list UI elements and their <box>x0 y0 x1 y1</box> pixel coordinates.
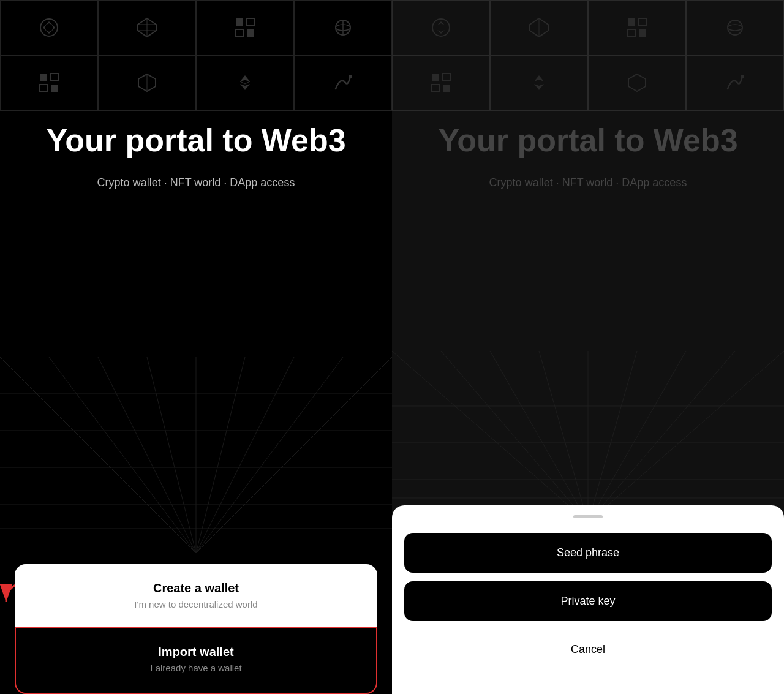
import-wallet-subtitle: I already have a wallet <box>31 663 361 673</box>
svg-line-28 <box>196 357 245 553</box>
left-hero-section: Your portal to Web3 Crypto wallet · NFT … <box>0 123 392 189</box>
svg-line-56 <box>441 351 588 522</box>
create-wallet-card[interactable]: Create a wallet I'm new to decentralized… <box>15 564 377 627</box>
create-wallet-subtitle: I'm new to decentralized world <box>29 599 363 609</box>
svg-line-61 <box>588 351 686 522</box>
icon-cell-3 <box>196 0 294 55</box>
svg-line-60 <box>588 351 637 522</box>
right-icon-cell-5 <box>392 55 490 110</box>
svg-rect-44 <box>639 18 646 26</box>
svg-rect-12 <box>247 29 254 37</box>
icon-cell-4 <box>294 0 392 55</box>
svg-rect-9 <box>236 18 243 26</box>
svg-line-30 <box>196 357 343 553</box>
svg-rect-10 <box>247 18 254 26</box>
svg-marker-1 <box>45 21 53 25</box>
svg-line-58 <box>539 351 588 522</box>
right-icon-grid <box>392 0 784 111</box>
left-hero-subtitle: Crypto wallet · NFT world · DApp access <box>37 176 355 189</box>
svg-rect-18 <box>40 85 47 92</box>
import-wallet-title: Import wallet <box>31 645 361 659</box>
left-icon-grid <box>0 0 392 111</box>
private-key-button[interactable]: Private key <box>404 581 772 621</box>
right-grid-lines <box>392 351 784 522</box>
right-icon-cell-6 <box>490 55 588 110</box>
svg-line-24 <box>49 357 196 553</box>
svg-line-23 <box>0 357 196 553</box>
icon-cell-5 <box>0 55 98 110</box>
svg-line-62 <box>588 351 735 522</box>
svg-point-54 <box>741 75 744 78</box>
right-icon-cell-8 <box>686 55 784 110</box>
right-icon-cell-2 <box>490 0 588 55</box>
svg-rect-46 <box>639 29 646 37</box>
svg-marker-39 <box>437 21 445 25</box>
right-icon-cell-3 <box>588 0 686 55</box>
left-grid-lines <box>0 357 392 553</box>
right-panel: Your portal to Web3 Crypto wallet · NFT … <box>392 0 784 694</box>
svg-rect-51 <box>432 85 439 92</box>
svg-rect-49 <box>432 74 439 81</box>
import-options-sheet: Seed phrase Private key Cancel <box>392 505 784 694</box>
sheet-handle <box>573 515 603 518</box>
svg-line-25 <box>98 357 196 553</box>
svg-rect-43 <box>628 18 635 26</box>
svg-rect-16 <box>40 74 47 81</box>
svg-marker-40 <box>437 30 445 34</box>
right-hero-title: Your portal to Web3 <box>429 123 747 159</box>
svg-rect-11 <box>236 29 243 37</box>
svg-line-57 <box>490 351 588 522</box>
left-panel: Your portal to Web3 Crypto wallet · NFT … <box>0 0 392 694</box>
icon-cell-7 <box>196 55 294 110</box>
svg-marker-53 <box>628 74 646 91</box>
svg-line-55 <box>392 351 588 522</box>
icon-cell-2 <box>98 0 196 55</box>
right-icon-cell-1 <box>392 0 490 55</box>
right-icon-cell-7 <box>588 55 686 110</box>
right-hero-subtitle: Crypto wallet · NFT world · DApp access <box>429 176 747 189</box>
svg-marker-2 <box>45 30 53 34</box>
right-icon-cell-4 <box>686 0 784 55</box>
svg-rect-52 <box>443 85 450 92</box>
left-hero-title: Your portal to Web3 <box>37 123 355 159</box>
svg-point-22 <box>349 75 352 78</box>
bottom-cards: Create a wallet I'm new to decentralized… <box>0 564 392 694</box>
svg-marker-4 <box>51 24 55 31</box>
svg-rect-45 <box>628 29 635 37</box>
svg-line-26 <box>147 357 196 553</box>
icon-cell-6 <box>98 55 196 110</box>
svg-point-47 <box>728 20 742 35</box>
svg-rect-17 <box>51 74 58 81</box>
import-wallet-card[interactable]: Import wallet I already have a wallet <box>15 627 377 694</box>
right-hero-section: Your portal to Web3 Crypto wallet · NFT … <box>392 123 784 189</box>
svg-point-48 <box>728 25 742 31</box>
svg-marker-3 <box>43 24 47 31</box>
svg-line-31 <box>196 357 392 553</box>
icon-cell-8 <box>294 55 392 110</box>
icon-cell-1 <box>0 0 98 55</box>
cancel-button[interactable]: Cancel <box>404 630 772 669</box>
seed-phrase-button[interactable]: Seed phrase <box>404 533 772 573</box>
svg-line-29 <box>196 357 294 553</box>
create-wallet-title: Create a wallet <box>29 581 363 595</box>
svg-rect-50 <box>443 74 450 81</box>
svg-line-63 <box>588 351 784 522</box>
svg-rect-19 <box>51 85 58 92</box>
